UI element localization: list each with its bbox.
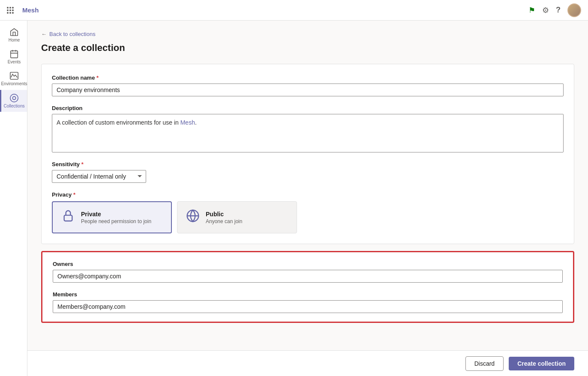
owners-input[interactable] [53,270,563,283]
create-collection-button[interactable]: Create collection [509,357,574,370]
calendar-icon [9,49,19,59]
sensitivity-label: Sensitivity * [52,161,564,167]
privacy-public-title: Public [206,211,242,218]
owners-label: Owners [53,261,563,267]
members-label: Members [53,291,563,298]
sidebar: Home Events Environments Collections [0,21,27,376]
topbar-actions: ⚑ ⚙ ? [528,3,581,17]
collections-icon [9,93,19,103]
svg-rect-4 [64,215,72,221]
main-form-card: Collection name * Description A collecti… [41,64,574,244]
collection-name-input[interactable] [52,84,564,96]
page-title: Create a collection [41,42,574,54]
owners-members-card: Owners Members [41,251,574,323]
collection-name-section: Collection name * [52,75,564,96]
help-icon[interactable]: ? [556,6,561,15]
sidebar-item-home[interactable]: Home [0,24,27,46]
sensitivity-select[interactable]: Confidential / Internal only Public Gene… [52,170,146,183]
description-label: Description [52,105,564,111]
sensitivity-section: Sensitivity * Confidential / Internal on… [52,161,564,183]
sidebar-label-environments: Environments [1,81,27,87]
apps-icon[interactable] [7,7,14,14]
members-input[interactable] [53,300,563,313]
lock-icon [61,209,75,226]
back-arrow-icon: ← [41,31,47,37]
privacy-card-private[interactable]: Private People need permission to join [52,201,172,233]
privacy-label: Privacy * [52,191,564,198]
privacy-private-text: Private People need permission to join [81,211,151,224]
discard-button[interactable]: Discard [465,356,504,371]
description-text: A collection of custom environments for … [57,119,197,126]
privacy-public-text: Public Anyone can join [206,211,242,224]
privacy-cards: Private People need permission to join [52,201,564,233]
collection-name-label: Collection name * [52,75,564,81]
gear-icon[interactable]: ⚙ [542,6,549,15]
description-section: Description A collection of custom envir… [52,105,564,152]
breadcrumb[interactable]: ← Back to collections [41,31,574,37]
privacy-private-title: Private [81,211,151,218]
svg-rect-0 [11,51,18,58]
sidebar-item-collections[interactable]: Collections [0,90,27,112]
globe-icon [186,209,200,226]
sidebar-label-collections: Collections [4,104,25,108]
svg-point-2 [10,94,18,102]
sidebar-label-home: Home [9,38,20,42]
svg-point-3 [12,96,15,99]
sidebar-item-events[interactable]: Events [0,46,27,68]
home-icon [9,27,19,37]
privacy-card-public[interactable]: Public Anyone can join [177,201,297,233]
breadcrumb-label: Back to collections [49,31,96,37]
avatar[interactable] [567,3,581,17]
topbar: Mesh ⚑ ⚙ ? [0,0,588,21]
main-content: ← Back to collections Create a collectio… [27,21,588,376]
description-area[interactable]: A collection of custom environments for … [52,114,564,152]
privacy-public-desc: Anyone can join [206,218,242,224]
owners-section: Owners [53,261,563,283]
privacy-section: Privacy * Private People need [52,191,564,233]
environments-icon [9,71,19,81]
app-title: Mesh [22,6,523,14]
sidebar-label-events: Events [8,60,21,64]
members-section: Members [53,291,563,313]
flag-icon[interactable]: ⚑ [528,6,535,15]
sidebar-item-environments[interactable]: Environments [0,68,27,90]
privacy-private-desc: People need permission to join [81,218,151,224]
footer: Discard Create collection [27,350,588,376]
